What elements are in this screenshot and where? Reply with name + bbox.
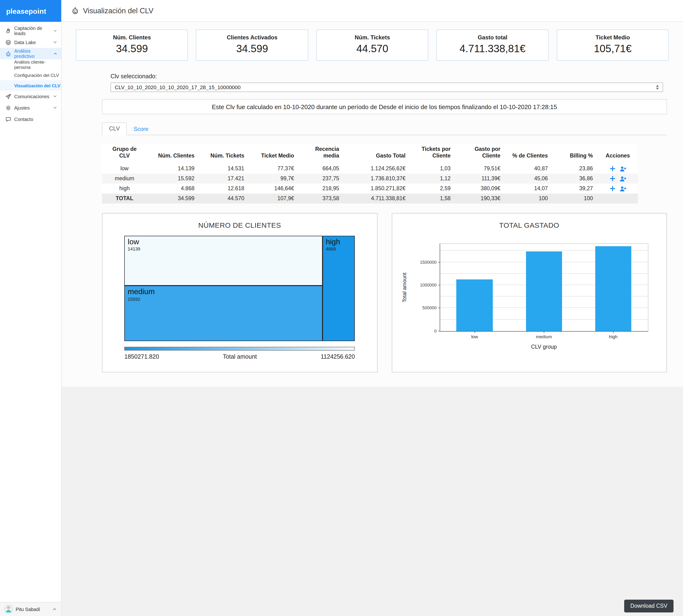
bar-chart-panel: TOTAL GASTADO Total amount 0500000100000… xyxy=(392,213,667,372)
column-header: Billing % xyxy=(553,144,598,164)
treemap-block-medium: medium 15592 xyxy=(125,286,323,341)
user-plus-icon[interactable] xyxy=(619,185,626,192)
kpi-label: Gasto total xyxy=(439,34,546,41)
sidebar-item-ajustes[interactable]: Ajustes xyxy=(0,102,61,113)
bar-high xyxy=(595,246,632,331)
user-name: Pitu Sabadí xyxy=(16,607,40,612)
kpi-value: 34.599 xyxy=(78,43,186,55)
kpi-value: 34.599 xyxy=(198,43,306,55)
table-row-low: low 14.139 14.531 77,37€ 664,05 1.124.25… xyxy=(102,164,638,174)
colorbar-title: Total amount xyxy=(223,353,257,360)
treemap-left-col: low 14139 medium 15592 xyxy=(125,236,323,341)
clv-select-value: CLV_10_10_2020_10_10_2020_17_28_15_10000… xyxy=(115,84,652,90)
treemap-colorbar xyxy=(125,347,355,351)
treemap-group-name: high xyxy=(326,238,352,246)
column-header: Acciones xyxy=(598,144,638,164)
treemap-group-name: low xyxy=(128,238,319,246)
kpi-value: 44.570 xyxy=(319,43,426,55)
table-row-medium: medium 15.592 17.421 99,7€ 237,75 1.736.… xyxy=(102,174,638,183)
kpi-card-ticket-medio: Ticket Medio 105,71€ xyxy=(557,29,669,61)
treemap-panel: NÚMERO DE CLIENTES low 14139 medium 1559… xyxy=(102,213,377,372)
footer-bar: Download CSV xyxy=(62,387,683,616)
treemap-group-name: medium xyxy=(128,288,319,296)
page-title: Visualización del CLV xyxy=(83,6,153,15)
avatar xyxy=(4,605,13,613)
sidebar-item-captacion-de-leads[interactable]: Captación de leads xyxy=(0,25,61,37)
sidebar-subitem-analisis-cliente-persona[interactable]: Análisis cliente-persona xyxy=(0,59,61,70)
clv-info-text: Este Clv fue calculado en 10-10-2020 dur… xyxy=(212,103,557,110)
column-header: Núm. Tickets xyxy=(199,144,249,164)
sidebar-item-data-lake[interactable]: Data Lake xyxy=(0,37,61,48)
sidebar-item-comunicaciones[interactable]: Comunicaciones xyxy=(0,91,61,102)
clv-select[interactable]: CLV_10_10_2020_10_10_2020_17_28_15_10000… xyxy=(111,83,663,92)
treemap-legend: 1850271.820 Total amount 1124256.620 xyxy=(125,353,355,360)
sidebar-item-label: Ajustes xyxy=(14,105,30,110)
layers-icon xyxy=(5,39,12,45)
gear-icon xyxy=(5,105,12,111)
kpi-card-gasto-total: Gasto total 4.711.338,81€ xyxy=(436,29,549,61)
kpi-card-num-tickets: Núm. Tickets 44.570 xyxy=(316,29,428,61)
sidebar-item-analisis-predictivo[interactable]: Análisis predictivo xyxy=(0,48,61,59)
chevron-down-icon xyxy=(53,105,58,110)
sidebar-nav: Captación de leads Data Lake Análisis xyxy=(0,22,61,602)
chevron-down-icon xyxy=(53,94,58,99)
user-plus-icon[interactable] xyxy=(619,175,626,182)
sidebar-subitem-label: Análisis cliente-persona xyxy=(14,59,61,70)
treemap: low 14139 medium 15592 high 4868 xyxy=(125,236,355,341)
column-header: Ticket Medio xyxy=(249,144,299,164)
hand-icon xyxy=(5,28,12,34)
plus-icon[interactable] xyxy=(609,176,615,182)
kpi-card-num-clientes: Núm. Clientes 34.599 xyxy=(76,29,188,61)
sidebar-subitem-label: Visualización del CLV xyxy=(14,83,61,88)
tab-score[interactable]: Score xyxy=(127,123,155,135)
paper-plane-icon xyxy=(5,93,12,100)
y-axis-label: Total amount xyxy=(400,243,409,332)
sidebar-subitem-visualizacion-del-clv[interactable]: Visualización del CLV xyxy=(0,80,61,91)
user-menu[interactable]: Pitu Sabadí xyxy=(0,602,61,616)
column-header: Tickets por Cliente xyxy=(410,144,455,164)
column-header: Núm. Clientes xyxy=(147,144,199,164)
bar-chart-title: TOTAL GASTADO xyxy=(392,221,666,229)
kpi-value: 105,71€ xyxy=(559,43,666,55)
app-window: pleasepoint Captación de leads Data Lake xyxy=(0,0,683,616)
sidebar: pleasepoint Captación de leads Data Lake xyxy=(0,0,62,616)
content: Núm. Clientes 34.599 Clientes Activados … xyxy=(62,22,683,387)
chevron-up-icon xyxy=(52,607,57,612)
treemap-group-value: 4868 xyxy=(326,246,352,252)
column-header: Gasto Total xyxy=(344,144,410,164)
sidebar-item-label: Data Lake xyxy=(14,40,36,45)
plus-icon[interactable] xyxy=(609,185,615,192)
column-header: Recencia media xyxy=(299,144,344,164)
user-plus-icon[interactable] xyxy=(619,165,626,172)
sidebar-item-label: Análisis predictivo xyxy=(14,48,50,59)
brand-logo[interactable]: pleasepoint xyxy=(0,0,61,22)
sidebar-item-label: Contacto xyxy=(14,116,33,122)
page-header: Visualización del CLV xyxy=(62,0,683,22)
treemap-group-value: 15592 xyxy=(128,296,319,302)
bar-plot: 050000010000001500000lowmediumhigh xyxy=(439,243,648,332)
colorbar-max-label: 1850271.820 xyxy=(125,353,159,360)
plus-icon[interactable] xyxy=(609,166,615,172)
table-row-high: high 4.868 12.618 146,64€ 218,95 1.850.2… xyxy=(102,183,638,194)
chevron-down-icon xyxy=(53,40,58,45)
kpi-label: Clientes Activados xyxy=(198,34,306,41)
clv-groups-table: Grupo de CLV Núm. Clientes Núm. Tickets … xyxy=(102,144,638,203)
treemap-block-high: high 4868 xyxy=(323,236,355,341)
clv-select-label: Clv seleccionado: xyxy=(111,73,663,80)
kpi-value: 4.711.338,81€ xyxy=(439,43,546,55)
sidebar-item-contacto[interactable]: Contacto xyxy=(0,113,61,125)
column-header: % de Clientes xyxy=(505,144,553,164)
clv-info-banner: Este Clv fue calculado en 10-10-2020 dur… xyxy=(102,99,667,114)
kpi-row: Núm. Clientes 34.599 Clientes Activados … xyxy=(76,29,669,61)
download-csv-button[interactable]: Download CSV xyxy=(624,599,674,612)
column-header: Grupo de CLV xyxy=(102,144,147,164)
sidebar-subitem-label: Configuración del CLV xyxy=(14,72,59,78)
sidebar-item-label: Comunicaciones xyxy=(14,94,49,99)
bar-chart: Total amount 050000010000001500000lowmed… xyxy=(392,243,666,350)
tab-clv[interactable]: CLV xyxy=(102,123,127,135)
chevron-up-icon xyxy=(53,51,58,56)
bar-medium xyxy=(526,251,562,331)
sidebar-subitem-configuracion-del-clv[interactable]: Configuración del CLV xyxy=(0,70,61,80)
main-area: Visualización del CLV Núm. Clientes 34.5… xyxy=(62,0,683,616)
column-header: Gasto por Cliente xyxy=(455,144,505,164)
